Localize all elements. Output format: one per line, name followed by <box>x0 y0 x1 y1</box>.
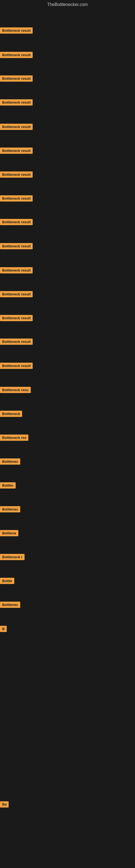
bottleneck-result-14[interactable]: Bottleneck result <box>0 339 33 346</box>
bottleneck-badge-6: Bottleneck result <box>0 148 33 154</box>
bottleneck-result-23[interactable]: Bottleneck r <box>0 554 25 561</box>
bottleneck-badge-18: Bottleneck res <box>0 435 28 441</box>
bottleneck-badge-3: Bottleneck result <box>0 75 33 82</box>
bottleneck-result-3[interactable]: Bottleneck result <box>0 75 33 83</box>
bottleneck-result-17[interactable]: Bottleneck <box>0 411 22 418</box>
site-title: TheBottlenecker.com <box>0 0 135 9</box>
bottleneck-result-26[interactable]: B <box>0 626 7 633</box>
bottleneck-result-13[interactable]: Bottleneck result <box>0 315 33 322</box>
bottleneck-result-16[interactable]: Bottleneck resu <box>0 387 31 394</box>
bottleneck-badge-20: Bottler <box>0 482 16 489</box>
bottleneck-badge-19: Bottlenec <box>0 458 20 465</box>
bottleneck-badge-24: Bottle <box>0 578 14 584</box>
bottleneck-badge-25: Bottlenec <box>0 601 20 608</box>
bottleneck-badge-15: Bottleneck result <box>0 363 33 369</box>
bottleneck-result-21[interactable]: Bottlenec <box>0 506 20 514</box>
bottleneck-result-24[interactable]: Bottle <box>0 578 14 585</box>
bottleneck-badge-23: Bottleneck r <box>0 554 25 560</box>
bottleneck-badge-16: Bottleneck resu <box>0 387 31 393</box>
bottleneck-result-10[interactable]: Bottleneck result <box>0 243 33 250</box>
bottleneck-badge-9: Bottleneck result <box>0 219 33 225</box>
bottleneck-badge-22: Bottlene <box>0 530 18 536</box>
bottleneck-badge-17: Bottleneck <box>0 411 22 417</box>
bottleneck-badge-13: Bottleneck result <box>0 315 33 321</box>
bottleneck-badge-5: Bottleneck result <box>0 124 33 130</box>
bottleneck-result-2[interactable]: Bottleneck result <box>0 52 33 59</box>
bottleneck-badge-10: Bottleneck result <box>0 243 33 249</box>
bottleneck-result-28[interactable]: Bo <box>0 801 9 809</box>
bottleneck-result-5[interactable]: Bottleneck result <box>0 124 33 131</box>
bottleneck-badge-1: Bottleneck result <box>0 27 33 34</box>
bottleneck-badge-7: Bottleneck result <box>0 172 33 178</box>
bottleneck-result-8[interactable]: Bottleneck result <box>0 195 33 203</box>
bottleneck-badge-12: Bottleneck result <box>0 291 33 297</box>
bottleneck-badge-28: Bo <box>0 801 9 807</box>
bottleneck-result-6[interactable]: Bottleneck result <box>0 148 33 155</box>
bottleneck-result-22[interactable]: Bottlene <box>0 530 18 537</box>
bottleneck-result-20[interactable]: Bottler <box>0 482 16 490</box>
bottleneck-result-15[interactable]: Bottleneck result <box>0 363 33 370</box>
bottleneck-badge-4: Bottleneck result <box>0 99 33 105</box>
bottleneck-badge-8: Bottleneck result <box>0 195 33 202</box>
bottleneck-result-11[interactable]: Bottleneck result <box>0 267 33 275</box>
bottleneck-badge-14: Bottleneck result <box>0 339 33 345</box>
bottleneck-result-9[interactable]: Bottleneck result <box>0 219 33 226</box>
bottleneck-result-19[interactable]: Bottlenec <box>0 458 20 466</box>
bottleneck-result-18[interactable]: Bottleneck res <box>0 435 28 442</box>
bottleneck-badge-21: Bottlenec <box>0 506 20 513</box>
bottleneck-result-25[interactable]: Bottlenec <box>0 601 20 609</box>
bottleneck-result-7[interactable]: Bottleneck result <box>0 172 33 179</box>
bottleneck-badge-11: Bottleneck result <box>0 267 33 273</box>
bottleneck-result-4[interactable]: Bottleneck result <box>0 99 33 106</box>
bottleneck-result-1[interactable]: Bottleneck result <box>0 27 33 35</box>
bottleneck-badge-2: Bottleneck result <box>0 52 33 58</box>
bottleneck-badge-26: B <box>0 626 7 632</box>
bottleneck-result-12[interactable]: Bottleneck result <box>0 291 33 299</box>
